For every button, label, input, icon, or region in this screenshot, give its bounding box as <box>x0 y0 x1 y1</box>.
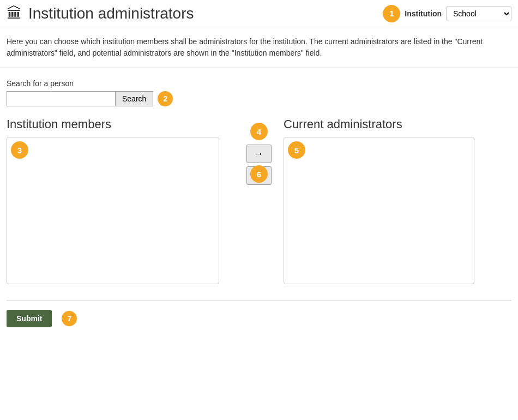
main-content: Search for a person Search 2 Institution… <box>0 68 518 338</box>
institution-members-heading: Institution members <box>7 117 234 131</box>
search-row: Search 2 <box>7 91 511 106</box>
submit-button[interactable]: Submit <box>7 310 52 327</box>
current-admins-column: Current administrators 5 <box>284 117 511 284</box>
forward-arrow-icon: → <box>255 149 263 159</box>
institution-members-column: Institution members 3 <box>7 117 234 284</box>
header-left: 🏛 Institution administrators <box>7 4 194 22</box>
page-title: Institution administrators <box>28 5 194 22</box>
search-section: Search for a person Search 2 <box>7 79 511 106</box>
description-text: Here you can choose which institution me… <box>0 27 518 68</box>
transfer-column: 4 → ← 6 <box>234 117 284 188</box>
current-admins-list[interactable] <box>284 137 474 284</box>
search-button[interactable]: Search <box>116 91 153 106</box>
transfer-badge-top: 4 <box>250 123 268 140</box>
institution-select[interactable]: School University College <box>446 6 511 21</box>
transfer-badge-bottom: 6 <box>250 165 268 183</box>
lists-section: Institution members 3 4 → ← 6 Current ad… <box>7 117 511 284</box>
institution-label: Institution <box>405 9 442 18</box>
submit-badge: 7 <box>62 311 77 326</box>
institution-members-wrapper: 3 <box>7 137 234 284</box>
submit-section: Submit 7 <box>7 301 511 327</box>
search-label: Search for a person <box>7 79 511 88</box>
search-badge: 2 <box>158 91 173 106</box>
institution-members-list[interactable] <box>7 137 219 284</box>
transfer-forward-button[interactable]: → <box>246 145 272 163</box>
page-header: 🏛 Institution administrators 1 Instituti… <box>0 0 518 27</box>
current-admins-heading: Current administrators <box>284 117 511 131</box>
search-input[interactable] <box>7 91 116 106</box>
current-admins-wrapper: 5 <box>284 137 511 284</box>
institution-badge: 1 <box>383 5 400 22</box>
header-right: 1 Institution School University College <box>383 5 511 22</box>
institution-icon: 🏛 <box>7 4 22 22</box>
